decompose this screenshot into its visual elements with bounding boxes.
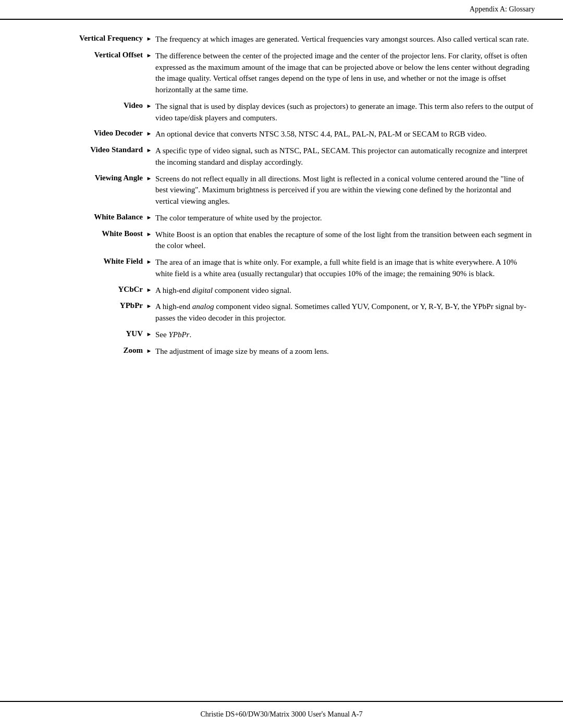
arrow-icon: ► (143, 171, 155, 210)
glossary-table: Vertical Frequency►The frequency at whic… (28, 31, 535, 360)
table-row: Video Decoder►An optional device that co… (28, 126, 535, 143)
bottom-border (0, 701, 563, 702)
definition-cell: An optional device that converts NTSC 3.… (155, 126, 535, 143)
definition-cell: The signal that is used by display devic… (155, 98, 535, 127)
table-row: White Field►The area of an image that is… (28, 254, 535, 282)
table-row: YPbPr►A high-end analog component video … (28, 299, 535, 327)
table-row: Video►The signal that is used by display… (28, 98, 535, 127)
definition-cell: The adjustment of image size by means of… (155, 343, 535, 360)
definition-cell: A high-end digital component video signa… (155, 282, 535, 299)
arrow-icon: ► (143, 343, 155, 360)
main-content: Vertical Frequency►The frequency at whic… (28, 31, 535, 692)
table-row: Zoom►The adjustment of image size by mea… (28, 343, 535, 360)
arrow-icon: ► (143, 143, 155, 171)
table-row: YUV►See YPbPr. (28, 327, 535, 343)
arrow-icon: ► (143, 327, 155, 343)
term-cell: YPbPr (28, 299, 143, 327)
table-row: Vertical Offset►The difference between t… (28, 48, 535, 98)
definition-cell: The difference between the center of the… (155, 48, 535, 98)
table-row: Video Standard►A specific type of video … (28, 143, 535, 171)
table-row: White Balance►The color temperature of w… (28, 210, 535, 227)
term-cell: White Boost (28, 227, 143, 255)
definition-cell: See YPbPr. (155, 327, 535, 343)
arrow-icon: ► (143, 282, 155, 299)
term-cell: White Field (28, 254, 143, 282)
top-border (0, 19, 563, 20)
definition-cell: The area of an image that is white only.… (155, 254, 535, 282)
term-cell: Vertical Frequency (28, 31, 143, 48)
definition-cell: A specific type of video signal, such as… (155, 143, 535, 171)
arrow-icon: ► (143, 126, 155, 143)
definition-cell: White Boost is an option that enables th… (155, 227, 535, 255)
table-row: White Boost►White Boost is an option tha… (28, 227, 535, 255)
arrow-icon: ► (143, 227, 155, 255)
term-cell: Video Decoder (28, 126, 143, 143)
term-cell: Viewing Angle (28, 171, 143, 210)
definition-cell: The frequency at which images are genera… (155, 31, 535, 48)
table-row: Viewing Angle►Screens do not reflect equ… (28, 171, 535, 210)
term-cell: YCbCr (28, 282, 143, 299)
definition-cell: A high-end analog component video signal… (155, 299, 535, 327)
header-text: Appendix A: Glossary (470, 5, 535, 13)
term-cell: Video (28, 98, 143, 127)
table-row: Vertical Frequency►The frequency at whic… (28, 31, 535, 48)
term-cell: White Balance (28, 210, 143, 227)
arrow-icon: ► (143, 254, 155, 282)
term-cell: Zoom (28, 343, 143, 360)
term-cell: Vertical Offset (28, 48, 143, 98)
page-header: Appendix A: Glossary (470, 5, 535, 14)
term-cell: YUV (28, 327, 143, 343)
arrow-icon: ► (143, 299, 155, 327)
arrow-icon: ► (143, 31, 155, 48)
definition-cell: Screens do not reflect equally in all di… (155, 171, 535, 210)
arrow-icon: ► (143, 210, 155, 227)
page-footer: Christie DS+60/DW30/Matrix 3000 User's M… (0, 710, 563, 719)
term-cell: Video Standard (28, 143, 143, 171)
table-row: YCbCr►A high-end digital component video… (28, 282, 535, 299)
arrow-icon: ► (143, 48, 155, 98)
definition-cell: The color temperature of white used by t… (155, 210, 535, 227)
footer-text: Christie DS+60/DW30/Matrix 3000 User's M… (200, 710, 362, 719)
arrow-icon: ► (143, 98, 155, 127)
